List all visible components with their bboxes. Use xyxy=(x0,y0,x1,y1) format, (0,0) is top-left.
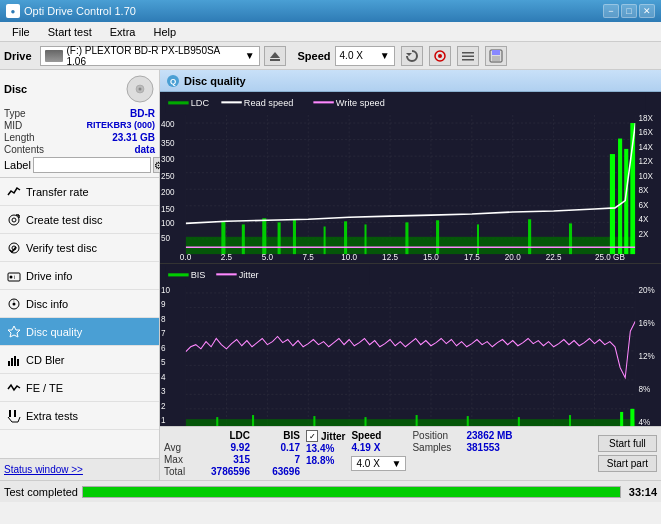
svg-text:0.0: 0.0 xyxy=(180,424,192,426)
sidebar-item-create-test-disc[interactable]: Create test disc xyxy=(0,206,159,234)
svg-marker-0 xyxy=(270,52,280,58)
svg-text:400: 400 xyxy=(161,120,175,129)
bis-max: 7 xyxy=(250,454,300,465)
svg-rect-30 xyxy=(17,359,19,366)
sidebar-item-drive-info[interactable]: iDrive info xyxy=(0,262,159,290)
svg-text:20%: 20% xyxy=(639,286,656,295)
svg-rect-95 xyxy=(610,154,615,254)
svg-rect-92 xyxy=(477,224,479,254)
speed-selector[interactable]: 4.0 X ▼ xyxy=(335,46,395,66)
svg-text:16%: 16% xyxy=(639,319,656,328)
start-buttons: Start full Start part xyxy=(598,430,657,477)
disc-length-field: Length 23.31 GB xyxy=(4,132,155,143)
svg-text:9: 9 xyxy=(161,300,166,309)
start-full-button[interactable]: Start full xyxy=(598,435,657,452)
stats-bar: LDC BIS Avg 9.92 0.17 Max 315 7 Total 37… xyxy=(160,426,661,480)
chart-title: Disc quality xyxy=(184,75,246,87)
svg-text:i: i xyxy=(14,274,15,280)
menu-file[interactable]: File xyxy=(4,25,38,39)
sidebar-item-transfer-rate[interactable]: Transfer rate xyxy=(0,178,159,206)
speed-stats: Speed 4.19 X 4.0 X ▼ xyxy=(351,430,406,477)
svg-text:7.5: 7.5 xyxy=(303,424,315,426)
sidebar-item-extra-tests[interactable]: Extra tests xyxy=(0,402,159,430)
menu-start-test[interactable]: Start test xyxy=(40,25,100,39)
svg-rect-163 xyxy=(569,415,571,426)
position-value: 23862 MB xyxy=(466,430,512,441)
start-part-button[interactable]: Start part xyxy=(598,455,657,472)
maximize-button[interactable]: □ xyxy=(621,4,637,18)
svg-marker-2 xyxy=(406,53,412,56)
svg-text:12X: 12X xyxy=(639,157,654,166)
svg-rect-91 xyxy=(436,220,439,254)
menu-help[interactable]: Help xyxy=(145,25,184,39)
menu-extra[interactable]: Extra xyxy=(102,25,144,39)
svg-text:Q: Q xyxy=(170,77,176,86)
svg-text:50: 50 xyxy=(161,234,171,243)
burn-button[interactable] xyxy=(429,46,451,66)
sidebar-item-fe-te[interactable]: FE / TE xyxy=(0,374,159,402)
speed-stats-dropdown[interactable]: 4.0 X ▼ xyxy=(351,456,406,471)
svg-rect-29 xyxy=(14,356,16,366)
title-bar: ● Opti Drive Control 1.70 − □ ✕ xyxy=(0,0,661,22)
svg-text:0.0: 0.0 xyxy=(180,253,192,262)
jitter-max: 18.8% xyxy=(306,455,345,466)
fe-te-icon xyxy=(6,380,22,396)
svg-text:100: 100 xyxy=(161,219,175,228)
speed-value: 4.0 X xyxy=(340,50,363,61)
svg-text:12%: 12% xyxy=(639,352,656,361)
svg-rect-5 xyxy=(462,52,474,54)
transfer-rate-icon xyxy=(6,184,22,200)
svg-rect-83 xyxy=(242,224,245,254)
settings-button[interactable] xyxy=(457,46,479,66)
svg-text:5: 5 xyxy=(161,358,166,367)
speed-label: Speed xyxy=(298,50,331,62)
status-text: Test completed xyxy=(4,486,78,498)
sidebar-item-disc-info[interactable]: iDisc info xyxy=(0,290,159,318)
svg-text:18X: 18X xyxy=(639,114,654,123)
svg-text:8: 8 xyxy=(161,315,166,324)
charts-container: LDC Read speed Write speed 400 350 300 2… xyxy=(160,92,661,426)
svg-text:5.0: 5.0 xyxy=(262,253,274,262)
disc-mid-label: MID xyxy=(4,120,22,131)
position-label: Position xyxy=(412,430,462,441)
disc-contents-value: data xyxy=(134,144,155,155)
svg-text:LDC: LDC xyxy=(191,98,210,108)
refresh-button[interactable] xyxy=(401,46,423,66)
svg-text:16X: 16X xyxy=(639,128,654,137)
jitter-checkbox[interactable]: ✓ xyxy=(306,430,318,442)
drive-dropdown-arrow[interactable]: ▼ xyxy=(245,50,255,61)
svg-rect-159 xyxy=(364,417,366,426)
svg-rect-115 xyxy=(216,273,236,275)
svg-rect-9 xyxy=(492,50,500,55)
svg-text:8%: 8% xyxy=(639,385,651,394)
svg-text:12.5: 12.5 xyxy=(382,424,398,426)
svg-text:2: 2 xyxy=(161,402,166,411)
svg-text:Read speed: Read speed xyxy=(244,98,294,108)
drive-selector[interactable]: (F:) PLEXTOR BD-R PX-LB950SA 1.06 ▼ xyxy=(40,46,260,66)
svg-rect-96 xyxy=(618,139,622,255)
close-button[interactable]: ✕ xyxy=(639,4,655,18)
sidebar-item-verify-test-disc[interactable]: Verify test disc xyxy=(0,234,159,262)
speed-stats-value: 4.19 X xyxy=(351,442,406,453)
sidebar-item-disc-quality[interactable]: Disc quality xyxy=(0,318,159,346)
svg-point-21 xyxy=(10,275,13,278)
ldc-bis-stats: LDC BIS Avg 9.92 0.17 Max 315 7 Total 37… xyxy=(164,430,300,477)
jitter-stats: ✓ Jitter 13.4% 18.8% xyxy=(306,430,345,477)
bottom-chart: BIS Jitter 10 9 8 7 6 5 4 3 2 1 xyxy=(160,264,661,426)
disc-graphic xyxy=(125,74,155,104)
eject-button[interactable] xyxy=(264,46,286,66)
svg-rect-156 xyxy=(216,417,218,426)
disc-label-input[interactable] xyxy=(33,157,151,173)
svg-rect-1 xyxy=(270,59,280,61)
svg-text:Write speed: Write speed xyxy=(336,98,385,108)
save-button[interactable] xyxy=(485,46,507,66)
svg-text:22.5: 22.5 xyxy=(546,253,562,262)
bottom-chart-svg: BIS Jitter 10 9 8 7 6 5 4 3 2 1 xyxy=(160,264,661,426)
svg-text:17.5: 17.5 xyxy=(464,424,480,426)
svg-text:350: 350 xyxy=(161,139,175,148)
svg-rect-27 xyxy=(8,361,10,366)
drive-bar: Drive (F:) PLEXTOR BD-R PX-LB950SA 1.06 … xyxy=(0,42,661,70)
status-window-button[interactable]: Status window >> xyxy=(4,464,83,475)
sidebar-item-cd-bler[interactable]: CD Bler xyxy=(0,346,159,374)
minimize-button[interactable]: − xyxy=(603,4,619,18)
